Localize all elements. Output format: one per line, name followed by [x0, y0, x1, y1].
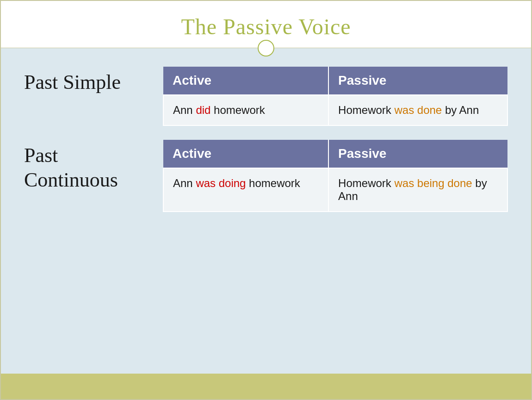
past-simple-table: Active Passive Ann did homework Homework…	[163, 67, 508, 126]
page: The Passive Voice Past Simple Active Pas…	[0, 0, 532, 400]
past-continuous-passive-verb: was being done	[394, 177, 472, 189]
past-continuous-section: PastContinuous Active Passive Ann was do…	[24, 140, 508, 212]
past-simple-passive-cell: Homework was done by Ann	[328, 95, 507, 125]
past-simple-active-header: Active	[163, 67, 328, 95]
past-simple-passive-header: Passive	[328, 67, 507, 95]
main-content: Past Simple Active Passive Ann did homew…	[1, 48, 531, 374]
past-continuous-active-verb: was doing	[196, 177, 246, 189]
past-continuous-passive-header: Passive	[328, 140, 507, 168]
page-title: The Passive Voice	[1, 14, 531, 39]
footer-bar	[1, 374, 531, 399]
past-simple-section: Past Simple Active Passive Ann did homew…	[24, 67, 508, 126]
past-simple-active-verb: did	[196, 104, 210, 116]
past-continuous-active-header: Active	[163, 140, 328, 168]
past-continuous-active-cell: Ann was doing homework	[163, 168, 328, 212]
header: The Passive Voice	[1, 1, 531, 48]
past-continuous-label: PastContinuous	[24, 140, 149, 193]
past-simple-label: Past Simple	[24, 67, 149, 95]
past-simple-passive-verb: was done	[394, 104, 442, 116]
past-continuous-passive-cell: Homework was being done by Ann	[328, 168, 507, 212]
past-continuous-table: Active Passive Ann was doing homework Ho…	[163, 140, 508, 212]
past-simple-active-cell: Ann did homework	[163, 95, 328, 125]
circle-decoration	[258, 40, 274, 56]
